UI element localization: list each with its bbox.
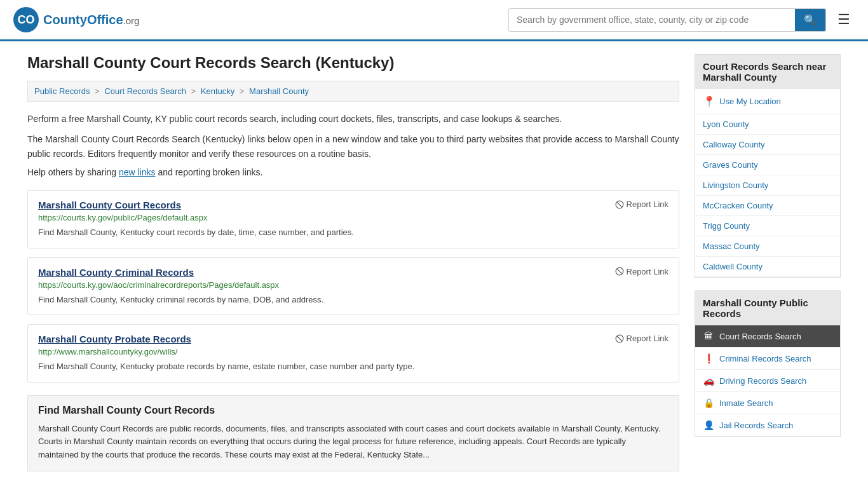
- location-icon: 📍: [703, 95, 715, 107]
- main: Marshall County Court Records Search (Ke…: [15, 41, 853, 484]
- sidebar-item-calloway[interactable]: Calloway County: [695, 135, 840, 155]
- nav-criminal-records[interactable]: ❗ Criminal Records Search: [695, 348, 840, 370]
- new-links[interactable]: new links: [119, 167, 156, 177]
- logo-text: CountyOffice.org: [43, 13, 139, 27]
- breadcrumb-marshall[interactable]: Marshall County: [249, 86, 309, 96]
- record-url-1[interactable]: https://courts.ky.gov/public/Pages/defau…: [38, 213, 668, 222]
- sidebar-item-massac[interactable]: Massac County: [695, 236, 840, 257]
- nav-court-records[interactable]: 🏛 Court Records Search: [695, 325, 840, 348]
- inmate-icon: 🔒: [703, 398, 714, 408]
- jail-icon: 👤: [703, 420, 714, 430]
- svg-line-5: [616, 269, 621, 274]
- record-desc-3: Find Marshall County, Kentucky probate r…: [38, 360, 668, 373]
- record-desc-2: Find Marshall County, Kentucky criminal …: [38, 294, 668, 306]
- breadcrumb-public-records[interactable]: Public Records: [34, 86, 90, 96]
- sharing-text: Help others by sharing new links and rep…: [27, 167, 679, 177]
- court-icon: 🏛: [703, 331, 714, 341]
- header-right: 🔍 ☰: [508, 8, 855, 32]
- logo-icon: CO: [13, 6, 39, 33]
- record-card-3: Marshall County Probate Records Report L…: [27, 324, 679, 383]
- find-section-heading: Find Marshall County Court Records: [38, 405, 668, 416]
- breadcrumb: Public Records > Court Records Search > …: [27, 81, 679, 102]
- nearby-section: Court Records Search near Marshall Count…: [695, 54, 841, 278]
- record-title-3[interactable]: Marshall County Probate Records: [38, 334, 191, 344]
- criminal-icon: ❗: [703, 353, 714, 363]
- intro-text-2: The Marshall County Court Records Search…: [27, 132, 679, 161]
- svg-text:CO: CO: [18, 13, 35, 26]
- record-title-1[interactable]: Marshall County Court Records: [38, 200, 181, 210]
- intro-text-1: Perform a free Marshall County, KY publi…: [27, 112, 679, 126]
- sidebar-item-livingston[interactable]: Livingston County: [695, 175, 840, 196]
- logo-area: CO CountyOffice.org: [13, 6, 139, 33]
- sidebar-item-lyon[interactable]: Lyon County: [695, 114, 840, 135]
- search-button[interactable]: 🔍: [795, 9, 825, 31]
- sidebar-item-trigg[interactable]: Trigg County: [695, 216, 840, 236]
- sidebar: Court Records Search near Marshall Count…: [695, 54, 841, 471]
- sidebar-item-mccracken[interactable]: McCracken County: [695, 196, 840, 216]
- menu-button[interactable]: ☰: [832, 9, 855, 30]
- public-records-section: Marshall County Public Records 🏛 Court R…: [695, 290, 841, 437]
- nav-jail-records[interactable]: 👤 Jail Records Search: [695, 414, 840, 437]
- report-link-1[interactable]: Report Link: [615, 200, 668, 209]
- breadcrumb-kentucky[interactable]: Kentucky: [201, 86, 234, 96]
- record-desc-1: Find Marshall County, Kentucky court rec…: [38, 226, 668, 239]
- page-title: Marshall County Court Records Search (Ke…: [27, 54, 679, 72]
- public-records-header: Marshall County Public Records: [695, 291, 840, 325]
- search-bar: 🔍: [508, 8, 826, 32]
- find-section-text: Marshall County Court Records are public…: [38, 423, 668, 462]
- header: CO CountyOffice.org 🔍 ☰: [0, 0, 868, 41]
- breadcrumb-court-records[interactable]: Court Records Search: [104, 86, 186, 96]
- nav-inmate-search[interactable]: 🔒 Inmate Search: [695, 392, 840, 414]
- record-card-2: Marshall County Criminal Records Report …: [27, 257, 679, 316]
- search-input[interactable]: [509, 10, 795, 30]
- report-link-2[interactable]: Report Link: [615, 267, 668, 276]
- use-location[interactable]: 📍 Use My Location: [695, 89, 840, 114]
- driving-icon: 🚗: [703, 376, 714, 386]
- find-section: Find Marshall County Court Records Marsh…: [27, 395, 679, 471]
- nav-driving-records[interactable]: 🚗 Driving Records Search: [695, 370, 840, 392]
- svg-line-7: [616, 336, 621, 341]
- record-title-2[interactable]: Marshall County Criminal Records: [38, 267, 194, 278]
- sidebar-item-graves[interactable]: Graves County: [695, 155, 840, 175]
- record-url-2[interactable]: https://courts.ky.gov/aoc/criminalrecord…: [38, 280, 668, 290]
- record-url-3[interactable]: http://www.marshallcountyky.gov/wills/: [38, 347, 668, 356]
- content: Marshall County Court Records Search (Ke…: [27, 54, 679, 471]
- svg-line-3: [616, 202, 621, 207]
- sidebar-item-caldwell[interactable]: Caldwell County: [695, 257, 840, 277]
- nearby-header: Court Records Search near Marshall Count…: [695, 55, 840, 89]
- record-card-1: Marshall County Court Records Report Lin…: [27, 190, 679, 248]
- report-link-3[interactable]: Report Link: [615, 334, 668, 343]
